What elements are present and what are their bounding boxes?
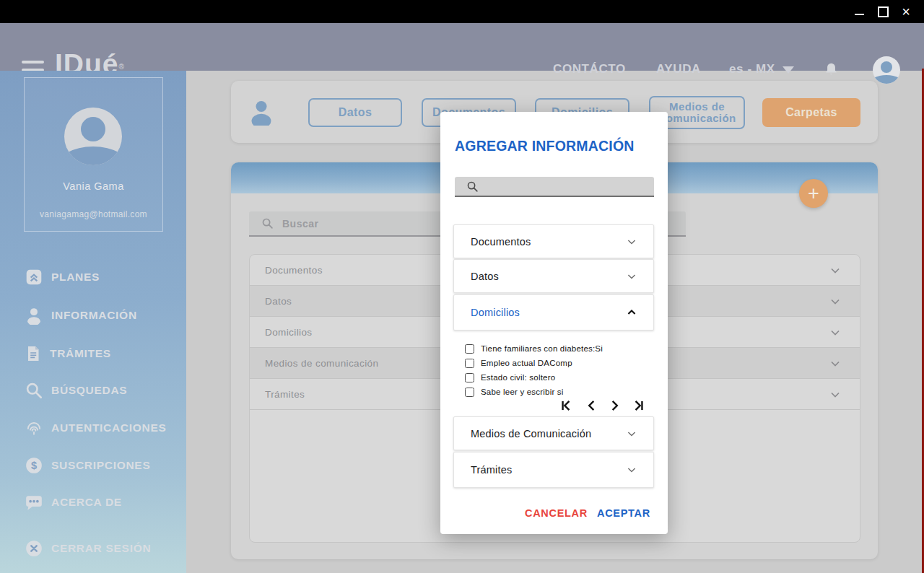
os-titlebar: × <box>0 0 924 23</box>
sidebar-item-planes[interactable]: PLANES <box>25 266 100 288</box>
close-glyph: × <box>902 4 910 19</box>
accordion-tramites[interactable]: Trámites <box>453 452 654 488</box>
search-icon <box>261 217 274 229</box>
notifications-bell-icon[interactable] <box>824 61 839 81</box>
row-label: Medios de comunicación <box>265 358 378 369</box>
search-icon <box>25 381 43 400</box>
accept-button[interactable]: ACEPTAR <box>597 507 650 519</box>
logout-icon <box>25 539 43 558</box>
option-estado-civil[interactable]: Estado civil: soltero <box>465 372 555 383</box>
document-icon <box>25 344 42 363</box>
option-label: Tiene familiares con diabetes:Si <box>481 344 603 353</box>
accordion-medios-de-comunicacion[interactable]: Medios de Comunicación <box>453 416 654 450</box>
accordion-label: Trámites <box>471 464 512 476</box>
profile-card: Vania Gama vaniagamag@hotmail.com <box>24 77 163 232</box>
sidebar-item-informacion[interactable]: INFORMACIÓN <box>25 305 137 326</box>
close-icon[interactable]: × <box>899 4 913 19</box>
tab-datos[interactable]: Datos <box>308 98 402 127</box>
sidebar-item-busquedas[interactable]: BÚSQUEDAS <box>25 380 127 401</box>
sidebar-item-label: PLANES <box>51 271 100 284</box>
chevron-down-icon[interactable] <box>828 263 842 278</box>
user-avatar[interactable] <box>873 56 900 84</box>
chevron-down-icon <box>624 269 639 284</box>
person-icon <box>25 306 43 325</box>
checkbox[interactable] <box>465 373 474 382</box>
sidebar-item-acerca-de[interactable]: ACERCA DE <box>25 491 122 513</box>
accordion-label: Medios de Comunicación <box>471 428 591 439</box>
sidebar-item-label: BÚSQUEDAS <box>51 384 127 397</box>
person-icon <box>248 98 274 128</box>
nav-ayuda[interactable]: AYUDA <box>656 62 701 76</box>
row-label: Datos <box>265 296 292 307</box>
chevron-down-icon <box>624 235 639 249</box>
chat-icon <box>25 493 43 512</box>
svg-text:$: $ <box>31 460 37 471</box>
plus-icon: + <box>808 183 819 205</box>
checkbox[interactable] <box>465 388 474 397</box>
row-label: Documentos <box>265 265 323 276</box>
caret-down-icon <box>783 66 794 74</box>
cancel-button[interactable]: CANCELAR <box>525 507 588 519</box>
dialog-search-input[interactable] <box>486 180 647 193</box>
agregar-informacion-dialog: AGREGAR INFORMACIÓN Documentos Datos Dom… <box>440 112 668 534</box>
plans-icon <box>25 268 43 286</box>
option-sabe-leer[interactable]: Sabe leer y escribir si <box>465 386 564 398</box>
accordion-label: Datos <box>471 271 499 282</box>
previous-page-icon[interactable] <box>584 398 598 413</box>
accordion-documentos[interactable]: Documentos <box>453 224 654 258</box>
subscription-icon: $ <box>25 456 43 475</box>
row-label: Domicilios <box>265 327 313 338</box>
chevron-down-icon <box>624 427 639 441</box>
next-page-icon[interactable] <box>608 398 622 413</box>
dialog-search <box>455 177 654 197</box>
sidebar-item-label: TRÁMITES <box>50 347 111 360</box>
tab-carpetas[interactable]: Carpetas <box>762 98 860 127</box>
add-button[interactable]: + <box>799 179 828 208</box>
option-diabetes[interactable]: Tiene familiares con diabetes:Si <box>465 343 603 354</box>
minimize-icon[interactable] <box>852 4 866 19</box>
option-label: Sabe leer y escribir si <box>481 388 564 396</box>
chevron-down-icon <box>624 463 639 477</box>
chevron-up-icon <box>624 305 639 320</box>
chevron-down-icon[interactable] <box>828 294 842 309</box>
sidebar: Vania Gama vaniagamag@hotmail.com PLANES… <box>0 71 186 573</box>
checkbox[interactable] <box>465 359 474 368</box>
first-page-icon[interactable] <box>559 398 573 413</box>
app-header: IDué® DILIGENCE AUTHENTICATION CONTÁCTO … <box>0 23 924 71</box>
sidebar-item-autenticaciones[interactable]: AUTENTICACIONES <box>25 417 166 439</box>
sidebar-item-suscripciones[interactable]: $ SUSCRIPCIONES <box>25 455 150 476</box>
app-window: × IDué® DILIGENCE AUTHENTICATION CONTÁCT… <box>0 0 924 573</box>
sidebar-item-label: AUTENTICACIONES <box>51 421 166 434</box>
sidebar-item-tramites[interactable]: TRÁMITES <box>25 343 111 364</box>
profile-avatar <box>64 108 122 165</box>
sidebar-item-label: ACERCA DE <box>51 496 122 509</box>
nav-contacto[interactable]: CONTÁCTO <box>553 62 626 76</box>
registered-mark: ® <box>119 63 124 71</box>
sidebar-item-cerrar-sesion[interactable]: CERRAR SESIÓN <box>25 538 151 559</box>
profile-email: vaniagamag@hotmail.com <box>25 209 162 219</box>
search-icon <box>466 180 479 193</box>
language-value: es - MX <box>729 62 775 76</box>
fingerprint-icon <box>25 419 43 437</box>
accordion-label: Documentos <box>471 236 531 248</box>
sidebar-item-label: INFORMACIÓN <box>51 309 137 322</box>
sidebar-item-label: SUSCRIPCIONES <box>51 459 150 472</box>
accordion-label: Domicilios <box>471 307 520 318</box>
dialog-title: AGREGAR INFORMACIÓN <box>455 138 635 154</box>
sidebar-item-label: CERRAR SESIÓN <box>51 542 151 555</box>
accordion-datos[interactable]: Datos <box>453 259 654 293</box>
language-selector[interactable]: es - MX <box>729 62 794 76</box>
maximize-icon[interactable] <box>876 4 890 19</box>
option-label: Empleo actual DAComp <box>481 359 572 367</box>
accordion-domicilios[interactable]: Domicilios <box>453 294 654 331</box>
row-label: Trámites <box>265 389 305 400</box>
profile-name: Vania Gama <box>25 180 162 192</box>
checkbox[interactable] <box>465 344 474 354</box>
option-empleo[interactable]: Empleo actual DAComp <box>465 357 572 369</box>
chevron-down-icon[interactable] <box>828 388 842 402</box>
last-page-icon[interactable] <box>632 398 646 413</box>
chevron-down-icon[interactable] <box>828 325 842 340</box>
chevron-down-icon[interactable] <box>828 357 842 371</box>
option-label: Estado civil: soltero <box>481 373 555 382</box>
